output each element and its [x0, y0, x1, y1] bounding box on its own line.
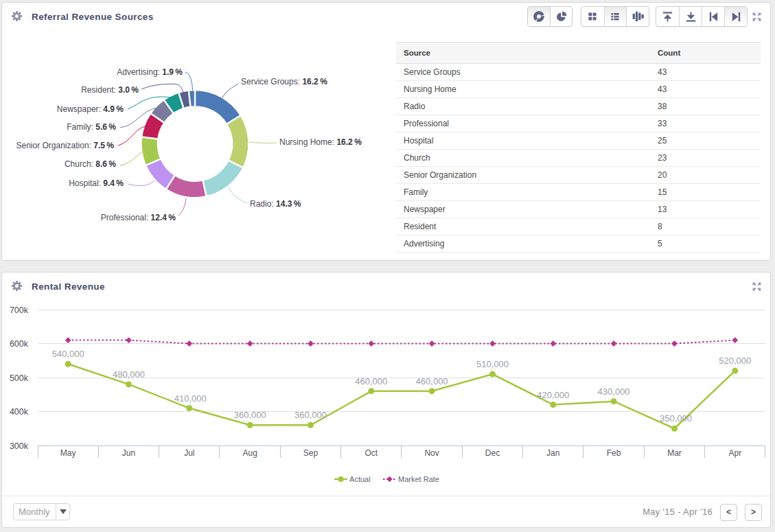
svg-text:360,000: 360,000 [234, 410, 266, 420]
svg-text:May: May [60, 448, 76, 458]
svg-text:540,000: 540,000 [52, 349, 84, 359]
svg-text:420,000: 420,000 [537, 390, 569, 400]
svg-text:Nov: Nov [424, 448, 439, 458]
svg-text:360,000: 360,000 [294, 410, 327, 420]
svg-text:300k: 300k [10, 441, 29, 451]
svg-text:Aug: Aug [243, 448, 257, 458]
svg-text:Jan: Jan [546, 448, 559, 458]
svg-text:600k: 600k [10, 339, 29, 349]
svg-text:Oct: Oct [365, 448, 378, 458]
svg-text:Sep: Sep [303, 448, 319, 458]
svg-text:460,000: 460,000 [355, 376, 387, 386]
svg-text:460,000: 460,000 [416, 376, 448, 386]
svg-text:350,000: 350,000 [660, 413, 692, 424]
svg-text:510,000: 510,000 [476, 359, 509, 369]
svg-text:Jul: Jul [184, 448, 194, 458]
svg-text:Apr: Apr [728, 448, 741, 458]
svg-text:400k: 400k [10, 407, 29, 417]
svg-text:520,000: 520,000 [719, 356, 751, 366]
svg-text:Mar: Mar [667, 448, 682, 458]
svg-text:Feb: Feb [607, 448, 621, 458]
svg-text:410,000: 410,000 [174, 393, 207, 404]
svg-text:480,000: 480,000 [113, 369, 145, 380]
svg-text:430,000: 430,000 [598, 386, 630, 397]
svg-text:Jun: Jun [122, 448, 135, 458]
svg-text:Dec: Dec [485, 448, 500, 458]
svg-text:700k: 700k [10, 305, 29, 315]
svg-text:500k: 500k [10, 373, 29, 383]
